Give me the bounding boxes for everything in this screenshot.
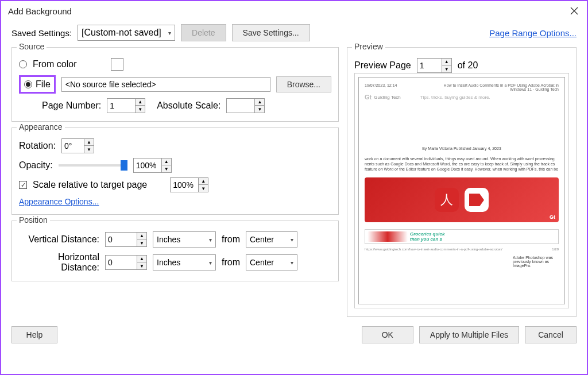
position-group: Position Vertical Distance: ▲▼ Inches▾ f… (11, 221, 339, 281)
saved-settings-dropdown[interactable]: [Custom-not saved] ▾ (78, 25, 175, 41)
ok-button[interactable]: OK (362, 326, 413, 343)
cancel-button[interactable]: Cancel (525, 326, 577, 343)
chevron-down-icon: ▾ (168, 30, 171, 36)
source-group: Source From color File <No source file s… (11, 47, 339, 122)
page-number-spinner[interactable]: ▲▼ (107, 98, 145, 113)
scale-relative-label: Scale relative to target page (33, 180, 147, 190)
appearance-options-link[interactable]: Appearance Options... (19, 197, 99, 206)
horizontal-distance-label: Horizontal Distance: (19, 252, 99, 273)
close-button[interactable] (568, 5, 580, 17)
vertical-distance-label: Vertical Distance: (19, 234, 99, 245)
file-path-field: <No source file selected> (61, 77, 270, 92)
absolute-scale-label: Absolute Scale: (157, 100, 220, 111)
from-color-radio[interactable] (19, 60, 27, 68)
preview-page-label: Preview Page (354, 60, 411, 71)
page-range-options-link[interactable]: Page Range Options... (489, 28, 577, 38)
preview-group: Preview Preview Page ▲▼ of 20 19/07/2023… (347, 47, 577, 317)
from-color-label: From color (33, 59, 76, 69)
adobe-icon: 人 (435, 188, 459, 212)
vertical-distance-spinner[interactable]: ▲▼ (105, 232, 147, 247)
chevron-down-icon: ▾ (209, 237, 212, 243)
vertical-from-select[interactable]: Center▾ (246, 231, 297, 248)
preview-total: of 20 (458, 60, 478, 71)
slider-thumb[interactable] (121, 160, 127, 171)
scale-relative-checkbox[interactable]: ✓ (19, 181, 27, 189)
preview-hero-image: 人 Gt (365, 177, 559, 222)
page-number-label: Page Number: (42, 100, 101, 111)
file-radio[interactable] (24, 80, 32, 88)
horizontal-distance-spinner[interactable]: ▲▼ (105, 255, 147, 270)
preview-page-spinner[interactable]: ▲▼ (417, 58, 452, 73)
apply-multiple-button[interactable]: Apply to Multiple Files (419, 326, 519, 343)
help-button[interactable]: Help (11, 326, 57, 343)
file-radio-highlight: File (19, 75, 56, 94)
appearance-group: Appearance Rotation: ▲▼ Opacity: ▲▼ (11, 127, 339, 215)
spinner-up-icon[interactable]: ▲ (136, 99, 145, 106)
color-swatch[interactable] (111, 58, 123, 71)
delete-button[interactable]: Delete (181, 24, 226, 41)
absolute-scale-spinner[interactable]: ▲▼ (226, 98, 265, 113)
spinner-down-icon[interactable]: ▼ (136, 106, 145, 113)
preview-document: 19/07/2023, 12:14 How to Insert Audio Co… (358, 77, 565, 304)
saved-settings-label: Saved Settings: (11, 28, 72, 38)
window-title: Add Background (8, 6, 72, 16)
from-label: from (222, 234, 240, 245)
preview-area: 19/07/2023, 12:14 How to Insert Audio Co… (354, 73, 569, 308)
preview-ad: Groceries quick than you can s (365, 229, 559, 244)
browse-button[interactable]: Browse... (276, 76, 331, 92)
rotation-label: Rotation: (19, 141, 56, 151)
opacity-label: Opacity: (19, 160, 53, 171)
vertical-unit-select[interactable]: Inches▾ (153, 231, 216, 248)
opacity-spinner[interactable]: ▲▼ (133, 158, 172, 173)
horizontal-unit-select[interactable]: Inches▾ (153, 254, 216, 270)
audio-icon (465, 188, 489, 212)
horizontal-from-select[interactable]: Center▾ (246, 254, 297, 270)
opacity-slider[interactable] (59, 164, 127, 167)
gt-logo-icon: Gt (365, 94, 372, 100)
save-settings-button[interactable]: Save Settings... (232, 24, 310, 41)
rotation-spinner[interactable]: ▲▼ (61, 138, 94, 153)
scale-relative-spinner[interactable]: ▲▼ (170, 177, 208, 192)
file-label: File (36, 79, 51, 90)
